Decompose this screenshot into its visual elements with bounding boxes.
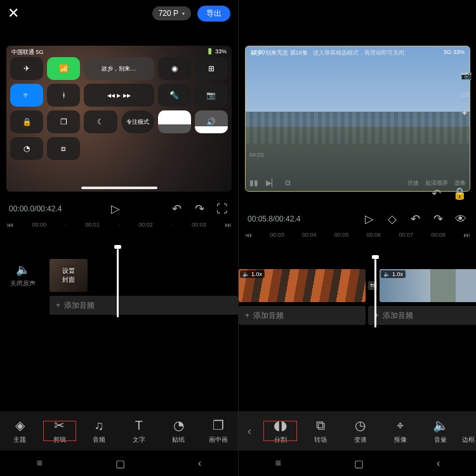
timecode: 00:00.0/00:42.4	[9, 204, 62, 213]
focus-mode-tile[interactable]: 专注模式	[121, 110, 154, 133]
nav-recents-icon[interactable]: ≡	[37, 458, 43, 469]
resolution-label: 720 P	[159, 9, 178, 18]
redo-button[interactable]: ↷	[192, 202, 206, 216]
timer-icon[interactable]: ◔	[10, 137, 43, 160]
nav-recents-icon[interactable]: ≡	[275, 458, 281, 469]
camera-icon[interactable]: 📷	[195, 84, 228, 107]
ios-control-center: ✈︎ 📶 故乡，别来… ◉ ⊞ ᯤ ᚼ ◂◂ ▸ ▸▸ 🔦 📷 🔒 ❐ ☾ 专注…	[10, 57, 228, 188]
goto-start-icon[interactable]: ⏮	[245, 231, 252, 239]
timeline-left[interactable]: 🔈 关闭原声 设置 封面 🔈 1.0x + + 添加音频	[0, 230, 238, 350]
play-button[interactable]: ▷	[109, 202, 122, 216]
chevron-down-icon: ▾	[182, 11, 185, 17]
sticker-icon: ◔	[173, 418, 184, 433]
transport-left: 00:00.0/00:42.4 ▷ ↶ ↷ ⛶	[0, 198, 238, 220]
tool-pip[interactable]: ❐画中画	[199, 418, 239, 444]
nav-back-icon[interactable]: ‹	[437, 458, 440, 469]
nav-home-icon[interactable]: ▢	[354, 458, 364, 470]
tool-transition[interactable]: ⧉转场	[300, 418, 340, 444]
transition-icon: ⧉	[316, 418, 325, 433]
ios-status-bar: 中国联通 5G 🔋 33%	[11, 48, 227, 56]
clip-speed-tag: 🔈 1.0x	[240, 270, 265, 278]
fullscreen-button[interactable]: ⛶	[215, 202, 229, 216]
playhead[interactable]	[117, 249, 119, 317]
layers-icon: ◈	[15, 418, 25, 433]
video-clip-1[interactable]: 🔈 1.0x	[239, 269, 366, 302]
screen-right: 12:205G 33% 故乡, 别来无恙 第18集 进入弹幕精选模式，再滑动即可…	[239, 0, 476, 476]
tool-speed[interactable]: ◷变速	[340, 418, 380, 444]
effect-icon[interactable]: ✦	[461, 108, 472, 118]
pause-icon: ▮▮	[249, 178, 258, 187]
undo-button[interactable]: ↶	[432, 187, 441, 201]
toolbar-left: ◈主题 ✂剪辑 ♫音频 T文字 ◔贴纸 ❐画中画	[0, 411, 238, 451]
cover-clip[interactable]: 设置 封面	[50, 259, 88, 292]
tool-split[interactable]: ◖◗分割	[260, 418, 300, 444]
undo-button[interactable]: ↶	[408, 212, 422, 226]
timecode: 00:05.8/00:42.4	[248, 215, 300, 223]
airplane-icon[interactable]: ✈︎	[10, 57, 43, 80]
orientation-lock-icon[interactable]: 🔒	[10, 110, 43, 133]
close-button[interactable]: ✕	[8, 5, 19, 22]
nav-back-icon[interactable]: ‹	[198, 458, 201, 469]
add-audio-row[interactable]: + 添加音频	[368, 306, 476, 325]
clip-speed-tag: 🔈 1.0x	[381, 270, 406, 278]
time-ruler-right: ⏮ 00:0300:04 00:0500:06 00:0700:08 ⏭	[239, 230, 476, 240]
mute-original-audio[interactable]: 🔈 关闭原声	[0, 263, 46, 288]
dnd-icon[interactable]: ☾	[84, 110, 117, 133]
preview-side-icons: 📷 ▭ ✦	[461, 70, 472, 118]
timeline-right[interactable]: 🔈 1.0x ⮀ 🔈 1.0x ⮀ + + 添加音频 + 添加音频	[239, 240, 476, 360]
scan-icon[interactable]: ⧈	[47, 137, 80, 160]
tool-edit[interactable]: ✂剪辑	[40, 418, 80, 444]
split-icon: ◖◗	[274, 418, 288, 433]
tool-theme[interactable]: ◈主题	[0, 418, 40, 444]
tool-cutout[interactable]: ⌖抠像	[380, 418, 420, 444]
preview-right[interactable]: 12:205G 33% 故乡, 别来无恙 第18集 进入弹幕精选模式，再滑动即可…	[245, 46, 470, 192]
text-icon: T	[135, 418, 143, 433]
video-player-controls[interactable]: ▮▮▶▏⧉	[249, 178, 291, 187]
keyframe-button[interactable]: ◇	[385, 212, 399, 226]
add-audio-row[interactable]: + 添加音频	[50, 296, 238, 315]
time-ruler-left: ⏮ 00:00· 00:01· 00:02· 00:03 ⏭	[0, 220, 238, 230]
tool-margin[interactable]: 边框	[461, 418, 476, 444]
now-playing-tile[interactable]: 故乡，别来…	[84, 57, 154, 80]
screen-mirror-icon[interactable]: ❐	[47, 110, 80, 133]
tool-volume[interactable]: 🔈音量	[421, 418, 461, 444]
speaker-icon: 🔈	[0, 263, 46, 277]
volume-slider[interactable]: 🔊	[195, 110, 228, 133]
goto-end-icon[interactable]: ⏭	[463, 231, 470, 239]
danmu-icon: ⧉	[285, 178, 291, 187]
toolbar-right: ‹ ◖◗分割 ⧉转场 ◷变速 ⌖抠像 🔈音量 边框	[239, 411, 476, 451]
cellular-icon[interactable]: 📶	[47, 57, 80, 80]
video-clip-2[interactable]: 🔈 1.0x	[380, 269, 476, 302]
toolbar-back-button[interactable]: ‹	[239, 425, 260, 438]
nav-home-icon[interactable]: ▢	[116, 458, 125, 470]
home-indicator	[81, 187, 157, 189]
flashlight-icon[interactable]: 🔦	[158, 84, 191, 107]
scissors-icon: ✂	[54, 418, 65, 433]
tool-text[interactable]: T文字	[119, 418, 159, 444]
tv-icon[interactable]: ▭	[461, 89, 472, 99]
tool-sticker[interactable]: ◔贴纸	[159, 418, 199, 444]
preview-eye-button[interactable]: 👁	[454, 213, 468, 226]
preview-left[interactable]: 中国联通 5G 🔋 33% ✈︎ 📶 故乡，别来… ◉ ⊞ ᯤ ᚼ ◂◂ ▸ ▸…	[6, 46, 232, 192]
undo-button[interactable]: ↶	[169, 202, 183, 216]
volume-icon: 🔈	[433, 418, 449, 433]
calculator-icon[interactable]: ⊞	[195, 57, 228, 80]
resolution-dropdown[interactable]: 720 P ▾	[152, 6, 191, 20]
bluetooth-icon[interactable]: ᚼ	[47, 84, 80, 107]
camera-icon[interactable]: 📷	[461, 70, 472, 80]
media-controls[interactable]: ◂◂ ▸ ▸▸	[84, 84, 154, 107]
play-button[interactable]: ▷	[362, 212, 376, 226]
export-button[interactable]: 导出	[197, 6, 230, 22]
playhead[interactable]	[374, 259, 376, 327]
goto-start-icon[interactable]: ⏮	[6, 221, 13, 228]
record-icon[interactable]: ◉	[158, 57, 191, 80]
goto-end-icon[interactable]: ⏭	[225, 221, 232, 228]
tool-audio[interactable]: ♫音频	[79, 418, 119, 444]
lock-button[interactable]: 🔒	[453, 187, 466, 201]
wifi-icon[interactable]: ᯤ	[10, 84, 43, 107]
transport-right: 00:05.8/00:42.4 ▷ ◇ ↶ ↷ 👁	[239, 208, 476, 230]
brightness-slider[interactable]: ☀︎	[158, 110, 191, 133]
android-nav-left: ≡ ▢ ‹	[0, 451, 238, 476]
redo-button[interactable]: ↷	[431, 212, 445, 226]
add-audio-row[interactable]: + 添加音频	[239, 306, 366, 325]
